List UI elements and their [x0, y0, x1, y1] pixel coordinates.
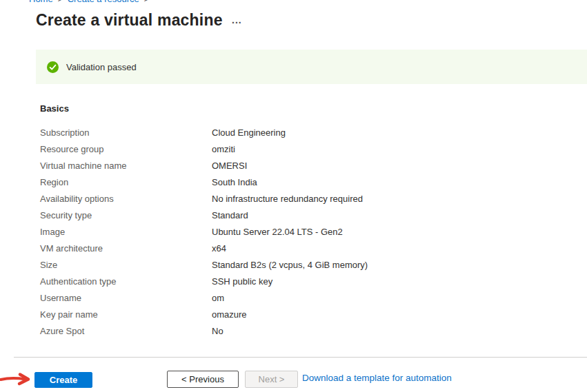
next-button: Next >	[245, 371, 298, 388]
breadcrumb-separator: >	[144, 0, 149, 4]
field-label: Key pair name	[40, 307, 212, 323]
basics-summary-table: Subscription Cloud Engineering Resource …	[40, 125, 578, 340]
breadcrumb: Home>Create a resource>	[29, 0, 154, 4]
section-title-basics: Basics	[40, 103, 69, 114]
check-circle-icon	[47, 61, 59, 73]
field-label: Subscription	[40, 125, 212, 141]
field-value: South India	[212, 174, 257, 191]
summary-row-size: Size Standard B2s (2 vcpus, 4 GiB memory…	[40, 257, 578, 274]
field-label: Authentication type	[40, 274, 212, 290]
summary-row-image: Image Ubuntu Server 22.04 LTS - Gen2	[40, 224, 578, 240]
download-template-link[interactable]: Download a template for automation	[302, 373, 452, 383]
summary-row-subscription: Subscription Cloud Engineering	[40, 125, 578, 141]
field-label: Azure Spot	[40, 323, 212, 340]
validation-banner-text: Validation passed	[66, 62, 137, 72]
create-vm-page: Home>Create a resource> Create a virtual…	[0, 0, 587, 392]
field-value: omziti	[212, 141, 235, 158]
breadcrumb-link-home[interactable]: Home	[29, 0, 53, 4]
field-label: Availability options	[40, 191, 212, 207]
field-label: Security type	[40, 207, 212, 224]
summary-row-authentication-type: Authentication type SSH public key	[40, 274, 578, 290]
field-value: om	[212, 290, 224, 307]
previous-button[interactable]: < Previous	[167, 371, 239, 388]
summary-row-vm-architecture: VM architecture x64	[40, 240, 578, 257]
footer-divider	[14, 357, 587, 358]
field-value: Standard	[212, 207, 248, 224]
summary-row-username: Username om	[40, 290, 578, 307]
field-label: Virtual machine name	[40, 158, 212, 174]
summary-row-resource-group: Resource group omziti	[40, 141, 578, 158]
field-label: Size	[40, 257, 212, 274]
field-value: Cloud Engineering	[212, 125, 286, 141]
field-label: VM architecture	[40, 240, 212, 257]
field-value: OMERSI	[212, 158, 247, 174]
field-label: Image	[40, 224, 212, 240]
field-value: omazure	[212, 307, 247, 323]
breadcrumb-link-create-a-resource[interactable]: Create a resource	[68, 0, 139, 4]
more-actions-icon[interactable]: ...	[232, 14, 242, 25]
summary-row-vm-name: Virtual machine name OMERSI	[40, 158, 578, 174]
field-value: No infrastructure redundancy required	[212, 191, 363, 207]
red-arrow-annotation	[0, 372, 34, 387]
field-label: Resource group	[40, 141, 212, 158]
summary-row-key-pair-name: Key pair name omazure	[40, 307, 578, 323]
summary-row-availability-options: Availability options No infrastructure r…	[40, 191, 578, 207]
page-title: Create a virtual machine	[36, 11, 223, 30]
create-button[interactable]: Create	[34, 372, 92, 388]
field-label: Username	[40, 290, 212, 307]
field-value: SSH public key	[212, 274, 272, 290]
summary-row-region: Region South India	[40, 174, 578, 191]
validation-banner: Validation passed	[36, 50, 587, 84]
field-value: x64	[212, 240, 226, 257]
field-value: Ubuntu Server 22.04 LTS - Gen2	[212, 224, 343, 240]
breadcrumb-separator: >	[58, 0, 63, 4]
summary-row-security-type: Security type Standard	[40, 207, 578, 224]
field-label: Region	[40, 174, 212, 191]
field-value: Standard B2s (2 vcpus, 4 GiB memory)	[212, 257, 368, 274]
field-value: No	[212, 323, 223, 340]
summary-row-azure-spot: Azure Spot No	[40, 323, 578, 340]
